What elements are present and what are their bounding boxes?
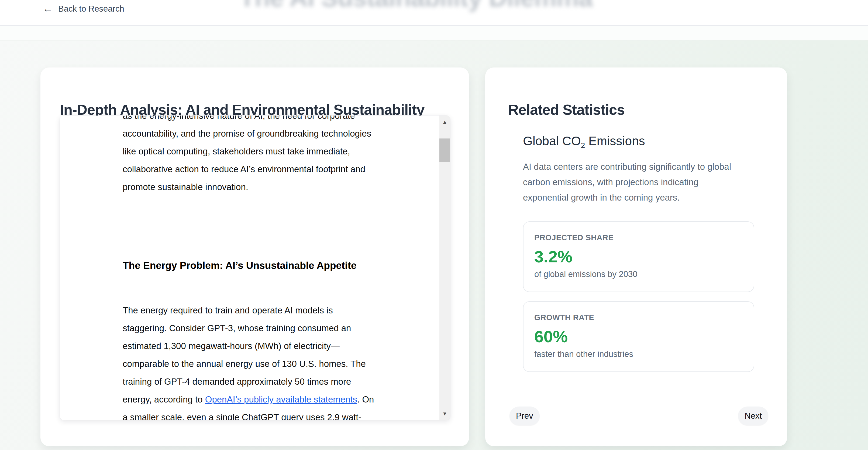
article-paragraph-energy: The energy required to train and operate… — [123, 302, 435, 420]
back-to-research-link[interactable]: ← Back to Research — [42, 4, 124, 14]
stat-caption: faster than other industries — [534, 349, 743, 359]
next-button[interactable]: Next — [738, 406, 768, 425]
analysis-card: In-Depth Analysis: AI and Environmental … — [40, 67, 469, 446]
scrollbar-thumb[interactable] — [439, 139, 450, 162]
stats-pagination: Prev Next — [509, 406, 768, 425]
article-scrollbar[interactable]: ▲ ▼ — [439, 116, 450, 420]
article-text: as the energy-intensive nature of AI, th… — [123, 116, 435, 420]
stat-label: PROJECTED SHARE — [534, 233, 743, 242]
article-section-heading: The Energy Problem: AI’s Unsustainable A… — [123, 258, 435, 273]
related-statistics-card: Related Statistics Global CO2 Emissions … — [485, 67, 787, 446]
heading-subscript: 2 — [581, 141, 585, 149]
prev-button[interactable]: Prev — [509, 406, 540, 425]
co2-description: AI data centers are contributing signifi… — [523, 159, 766, 205]
header-subband — [0, 26, 868, 40]
stat-label: GROWTH RATE — [534, 313, 743, 322]
stat-box-projected-share: PROJECTED SHARE 3.2% of global emissions… — [523, 221, 754, 292]
co2-emissions-heading: Global CO2 Emissions — [523, 134, 766, 148]
article-scroll-area[interactable]: as the energy-intensive nature of AI, th… — [60, 116, 450, 420]
stat-value: 3.2% — [534, 247, 743, 266]
heading-suffix: Emissions — [585, 134, 645, 148]
scroll-down-icon[interactable]: ▼ — [439, 411, 450, 416]
paragraph-text-before-link: The energy required to train and operate… — [123, 305, 366, 404]
heading-prefix: Global CO — [523, 134, 581, 148]
stat-caption: of global emissions by 2030 — [534, 270, 743, 279]
page-title-watermark: The AI Sustainability Dilemma — [239, 0, 592, 12]
stats-slide: Global CO2 Emissions AI data centers are… — [523, 134, 766, 381]
article-paragraph-intro: as the energy-intensive nature of AI, th… — [123, 116, 435, 196]
back-link-label: Back to Research — [58, 4, 124, 14]
stat-box-growth-rate: GROWTH RATE 60% faster than other indust… — [523, 301, 754, 372]
stats-card-title: Related Statistics — [508, 101, 625, 118]
stat-value: 60% — [534, 327, 743, 346]
top-header: The AI Sustainability Dilemma ← Back to … — [0, 0, 868, 26]
openai-statements-link[interactable]: OpenAI’s publicly available statements — [205, 394, 357, 404]
back-arrow-icon: ← — [42, 3, 53, 13]
scroll-up-icon[interactable]: ▲ — [439, 119, 450, 124]
